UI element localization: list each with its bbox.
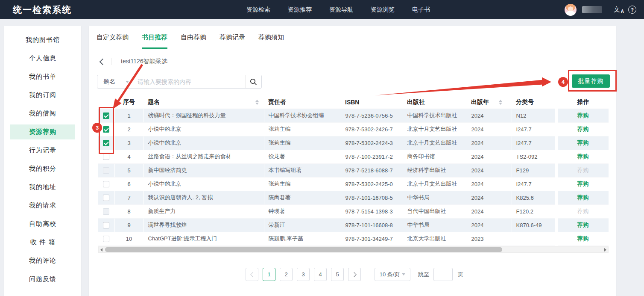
- row-checkbox: [103, 167, 109, 174]
- row-checkbox[interactable]: [103, 140, 109, 146]
- col-header-5[interactable]: 出版年: [467, 96, 512, 109]
- jump-page-input[interactable]: [433, 268, 453, 281]
- sidebar-menu: 我的图书馆个人信息我的书单我的订阅我的借阅资源荐购行为记录我的积分我的地址我的请…: [4, 31, 81, 288]
- recommend-link[interactable]: 荐购: [577, 235, 589, 242]
- page-button-4[interactable]: 4: [314, 268, 327, 281]
- sidebar-item-label: 收 件 箱: [30, 238, 55, 246]
- top-nav-item-3[interactable]: 资源浏览: [371, 6, 395, 14]
- sidebar: 我的图书馆个人信息我的书单我的订阅我的借阅资源荐购行为记录我的积分我的地址我的请…: [4, 26, 81, 296]
- recommend-link: 荐购: [577, 208, 589, 214]
- row-checkbox[interactable]: [103, 154, 109, 160]
- batch-recommend-button[interactable]: 批量荐购: [572, 74, 610, 88]
- table-row: 1磅礴时代：强国征程的科技力量中国科学技术协会组编978-7-5236-0756…: [98, 109, 609, 122]
- search-field-label: 题名: [103, 78, 115, 86]
- cell-class_no: I247.7: [512, 177, 556, 191]
- col-header-4: 出版社: [403, 96, 467, 109]
- sidebar-item-4[interactable]: 我的借阅: [4, 104, 81, 123]
- tab-3[interactable]: 荐购记录: [220, 26, 245, 49]
- sidebar-item-2[interactable]: 我的书单: [4, 68, 81, 86]
- recommend-link[interactable]: 荐购: [577, 126, 589, 132]
- next-page-button[interactable]: [348, 268, 361, 281]
- scrollbar-track[interactable]: [104, 247, 603, 252]
- sidebar-item-11[interactable]: 收 件 箱: [4, 233, 81, 252]
- tab-1[interactable]: 书目推荐: [142, 26, 167, 49]
- row-checkbox[interactable]: [103, 126, 109, 133]
- recommend-link[interactable]: 荐购: [577, 181, 589, 187]
- scrollbar-thumb[interactable]: [105, 247, 502, 252]
- search-button[interactable]: [245, 75, 261, 88]
- cell-publisher: 中国科学技术出版社: [403, 109, 467, 122]
- page-button-1[interactable]: 1: [263, 268, 275, 281]
- tab-4[interactable]: 荐购须知: [258, 26, 284, 49]
- cell-isbn: 978-7-5218-6088-7: [341, 163, 403, 177]
- user-avatar[interactable]: [565, 4, 577, 16]
- recommend-link[interactable]: 荐购: [577, 153, 589, 160]
- sort-icon[interactable]: [255, 100, 259, 105]
- language-icon[interactable]: 文A: [614, 5, 623, 15]
- cell-publisher: 中华书局: [403, 218, 467, 232]
- page-button-2[interactable]: 2: [280, 268, 293, 281]
- table-row: 2小说中的北京张莉主编978-7-5302-2426-7北京十月文艺出版社202…: [98, 122, 609, 136]
- col-header-1[interactable]: 题名: [143, 96, 264, 109]
- row-checkbox[interactable]: [103, 181, 109, 187]
- sidebar-item-0[interactable]: 我的图书馆: [4, 31, 81, 49]
- recommend-link[interactable]: 荐购: [577, 112, 589, 118]
- help-icon[interactable]: ?: [628, 6, 636, 14]
- scroll-right-arrow[interactable]: [603, 247, 608, 252]
- cell-class_no: [512, 232, 556, 246]
- cell-isbn: 978-7-5302-2426-7: [341, 122, 403, 136]
- sidebar-item-12[interactable]: 我的评论: [4, 252, 81, 270]
- pagination: 12345 10 条/页 跳至 页: [246, 268, 463, 281]
- app-logo[interactable]: 统一检索系统: [13, 4, 72, 16]
- tab-0[interactable]: 自定义荐购: [97, 26, 129, 49]
- cell-title: 小说中的北京: [143, 136, 264, 150]
- cell-no: 10: [114, 232, 143, 246]
- page-button-3[interactable]: 3: [297, 268, 310, 281]
- sidebar-item-label: 我的请求: [29, 201, 56, 210]
- sidebar-item-6[interactable]: 行为记录: [4, 141, 81, 160]
- cell-year: 2024: [467, 177, 512, 191]
- search-field-select[interactable]: 题名: [97, 75, 133, 88]
- sidebar-item-5[interactable]: 资源荐购: [4, 123, 81, 141]
- row-checkbox[interactable]: [103, 112, 109, 119]
- sidebar-item-label: 我的借阅: [29, 110, 56, 118]
- row-checkbox[interactable]: [103, 195, 109, 201]
- sidebar-item-3[interactable]: 我的订阅: [4, 86, 81, 104]
- sidebar-item-9[interactable]: 我的请求: [4, 196, 81, 215]
- back-button[interactable]: [98, 57, 107, 66]
- table-row: 7我认识的唐朝诗人. 2, 暂拟陈尚君著978-7-101-16708-5中华书…: [98, 191, 609, 204]
- scroll-left-arrow[interactable]: [99, 247, 104, 252]
- cell-isbn: 978-7-101-16608-8: [341, 218, 403, 232]
- cell-class_no: F120.2: [512, 204, 556, 218]
- table-row: 3小说中的北京张莉主编978-7-5302-2424-3北京十月文艺出版社202…: [98, 136, 609, 150]
- page-size-select[interactable]: 10 条/页: [375, 268, 410, 281]
- chevron-left-icon: [99, 58, 106, 65]
- sidebar-item-label: 我的书单: [29, 73, 56, 81]
- sidebar-item-10[interactable]: 自助离校: [4, 215, 81, 233]
- top-nav-item-2[interactable]: 资源导航: [329, 6, 353, 14]
- top-nav-item-1[interactable]: 资源推荐: [288, 6, 312, 14]
- top-nav-item-0[interactable]: 资源检索: [246, 6, 270, 14]
- sort-icon[interactable]: [499, 100, 502, 105]
- page-button-5[interactable]: 5: [331, 268, 344, 281]
- tab-2[interactable]: 自由荐购: [181, 26, 206, 49]
- prev-page-button: [246, 268, 258, 281]
- cell-no: 8: [114, 204, 143, 218]
- sidebar-item-8[interactable]: 我的地址: [4, 178, 81, 196]
- cell-class_no: K870.6-49: [512, 218, 556, 232]
- search-input[interactable]: [133, 75, 245, 88]
- sidebar-item-13[interactable]: 问题反馈: [4, 270, 81, 288]
- recommend-link[interactable]: 荐购: [577, 222, 589, 228]
- row-checkbox[interactable]: [103, 236, 109, 242]
- recommend-link[interactable]: 荐购: [577, 194, 589, 201]
- tabs-row: 自定义荐购书目推荐自由荐购荐购记录荐购须知: [89, 26, 616, 49]
- table-row: 9满世界寻找敦煌荣新江978-7-101-16608-8中华书局2024K870…: [98, 218, 609, 232]
- row-checkbox[interactable]: [103, 222, 109, 228]
- top-nav-item-4[interactable]: 电子书: [412, 6, 430, 14]
- recommend-link[interactable]: 荐购: [577, 139, 589, 146]
- sidebar-item-1[interactable]: 个人信息: [4, 49, 81, 68]
- cell-class_no: F129: [512, 163, 556, 177]
- cell-year: 2024: [467, 136, 512, 150]
- divider: [111, 58, 111, 65]
- sidebar-item-7[interactable]: 我的积分: [4, 160, 81, 178]
